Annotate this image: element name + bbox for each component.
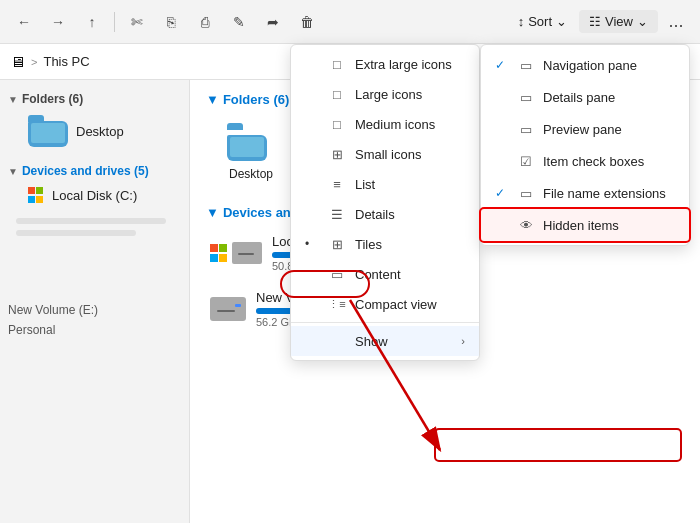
local-disk-icon [28,187,44,203]
cut-btn[interactable]: ✄ [121,6,153,38]
breadcrumb-arrow: > [31,56,37,68]
desktop-tile-label: Desktop [229,167,273,181]
devices-section-chevron: ▼ [206,205,219,220]
view-button[interactable]: ☷ View ⌄ [579,10,658,33]
view-label: View [605,14,633,29]
sidebar-personal-label: Personal [8,320,181,340]
local-disk-label: Local Disk (C:) [52,188,137,203]
menu-separator [291,322,479,323]
new-volume-drive-icon [210,297,246,321]
sort-chevron: ⌄ [556,14,567,29]
file-ext-label: File name extensions [543,186,666,201]
paste-btn[interactable]: ⎙ [189,6,221,38]
show-icon [329,333,345,349]
check-tiles: • [305,237,319,251]
compact-view-label: Compact view [355,297,437,312]
local-disk-drive-icon [210,242,262,264]
content-label: Content [355,267,401,282]
sidebar-bottom [0,208,189,236]
preview-pane-label: Preview pane [543,122,622,137]
menu-large-icons[interactable]: □ Large icons [291,79,479,109]
separator [114,12,115,32]
more-button[interactable]: ... [660,6,692,38]
sidebar-extra: New Volume (E:) Personal [0,296,189,344]
show-arrow: › [461,335,465,347]
menu-content[interactable]: ▭ Content [291,259,479,289]
devices-header-label: Devices and drives (5) [22,164,149,178]
item-checkboxes-label: Item check boxes [543,154,644,169]
submenu-hidden-items[interactable]: 👁 Hidden items [481,209,689,241]
submenu-preview-pane[interactable]: ▭ Preview pane [481,113,689,145]
sidebar-item-desktop[interactable]: Desktop [4,110,185,152]
large-icons-label: Large icons [355,87,422,102]
sidebar-item-local-disk[interactable]: Local Disk (C:) [4,182,185,208]
hidden-items-label: Hidden items [543,218,619,233]
submenu-item-check-boxes[interactable]: ☑ Item check boxes [481,145,689,177]
delete-btn[interactable]: 🗑 [291,6,323,38]
list-icon: ≡ [329,176,345,192]
medium-icons-label: Medium icons [355,117,435,132]
folders-chevron: ▼ [8,94,18,105]
list-label: List [355,177,375,192]
hidden-items-icon: 👁 [517,216,535,234]
folders-label: Folders (6) [22,92,83,106]
menu-show[interactable]: Show › [291,326,479,356]
nav-pane-icon: ▭ [517,56,535,74]
preview-pane-icon: ▭ [517,120,535,138]
submenu-details-pane[interactable]: ▭ Details pane [481,81,689,113]
menu-list[interactable]: ≡ List [291,169,479,199]
sidebar-placeholder [16,218,189,236]
check-nav-pane: ✓ [495,58,509,72]
copy-btn[interactable]: ⎘ [155,6,187,38]
folders-section-chevron: ▼ [206,92,219,107]
details-pane-icon: ▭ [517,88,535,106]
view-icon: ☷ [589,14,601,29]
toolbar: ← → ↑ ✄ ⎘ ⎙ ✎ ➦ 🗑 ↕ Sort ⌄ ☷ View ⌄ ... [0,0,700,44]
compact-view-icon: ⋮≡ [329,296,345,312]
item-checkboxes-icon: ☑ [517,152,535,170]
extra-large-label: Extra large icons [355,57,452,72]
tiles-label: Tiles [355,237,382,252]
extra-large-icon: □ [329,56,345,72]
pc-icon: 🖥 [10,53,25,70]
show-label: Show [355,334,388,349]
nav-pane-label: Navigation pane [543,58,637,73]
folders-section-header[interactable]: ▼ Folders (6) [0,88,189,110]
up-btn[interactable]: ↑ [76,6,108,38]
sort-label: Sort [528,14,552,29]
breadcrumb-thispc[interactable]: This PC [43,54,89,69]
small-icons-label: Small icons [355,147,421,162]
sidebar: ▼ Folders (6) Desktop ▼ Devices and driv… [0,80,190,523]
forward-btn[interactable]: → [42,6,74,38]
show-submenu: ✓ ▭ Navigation pane ▭ Details pane ▭ Pre… [480,44,690,246]
menu-details[interactable]: ☰ Details [291,199,479,229]
back-btn[interactable]: ← [8,6,40,38]
medium-icons-icon: □ [329,116,345,132]
sort-button[interactable]: ↕ Sort ⌄ [508,10,577,33]
devices-section-header[interactable]: ▼ Devices and drives (5) [0,160,189,182]
desktop-tile-icon [227,123,275,161]
details-icon: ☰ [329,206,345,222]
details-pane-label: Details pane [543,90,615,105]
desktop-folder-icon [28,115,68,147]
details-label: Details [355,207,395,222]
menu-medium-icons[interactable]: □ Medium icons [291,109,479,139]
tiles-icon: ⊞ [329,236,345,252]
menu-compact-view[interactable]: ⋮≡ Compact view [291,289,479,319]
submenu-file-name-extensions[interactable]: ✓ ▭ File name extensions [481,177,689,209]
desktop-tile[interactable]: Desktop [206,115,296,189]
submenu-navigation-pane[interactable]: ✓ ▭ Navigation pane [481,49,689,81]
view-chevron: ⌄ [637,14,648,29]
share-btn[interactable]: ➦ [257,6,289,38]
check-file-ext: ✓ [495,186,509,200]
desktop-label: Desktop [76,124,124,139]
menu-tiles[interactable]: • ⊞ Tiles [291,229,479,259]
menu-extra-large-icons[interactable]: □ Extra large icons [291,49,479,79]
rename-btn[interactable]: ✎ [223,6,255,38]
devices-chevron: ▼ [8,166,18,177]
file-ext-icon: ▭ [517,184,535,202]
content-icon: ▭ [329,266,345,282]
folders-section-label: Folders (6) [223,92,289,107]
menu-small-icons[interactable]: ⊞ Small icons [291,139,479,169]
sort-icon: ↕ [518,14,525,29]
